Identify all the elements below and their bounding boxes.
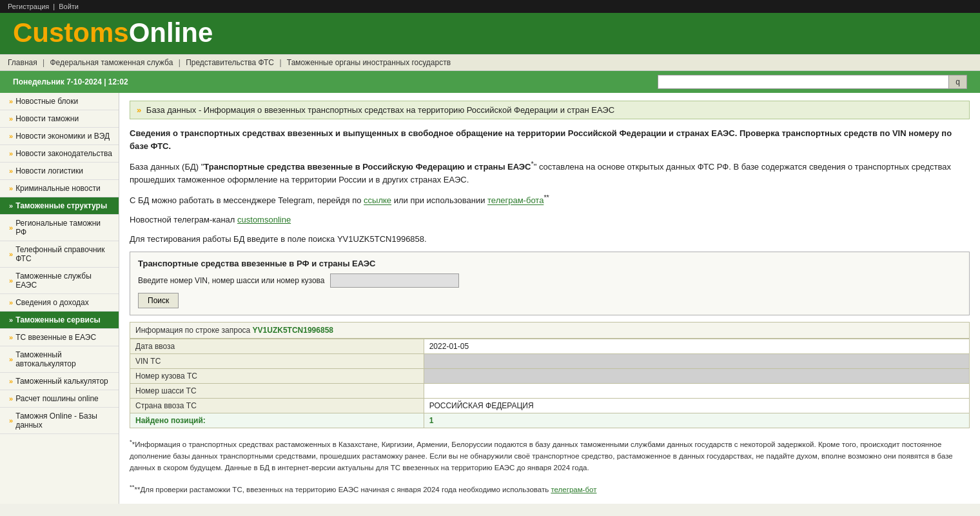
- arrow-icon: »: [9, 395, 13, 402]
- sidebar-item-ekonomika[interactable]: » Новости экономики и ВЭД: [0, 128, 119, 145]
- sidebar-item-avtokalc[interactable]: » Таможенный автокалькулятор: [0, 346, 119, 373]
- col-label: Дата ввоза: [130, 339, 424, 354]
- sidebar-item-servisy[interactable]: » Таможенные сервисы: [0, 312, 119, 329]
- main-layout: » Новостные блоки » Новости таможни » Но…: [0, 93, 980, 504]
- sidebar-label: Новостные блоки: [15, 97, 78, 106]
- arrow-icon: »: [9, 355, 13, 363]
- col-value: РОССИЙСКАЯ ФЕДЕРАЦИЯ: [424, 399, 969, 413]
- search-section: Транспортные средства ввезенные в РФ и с…: [130, 252, 970, 315]
- link-bot[interactable]: телеграм-бота: [487, 196, 544, 206]
- sidebar-label: ТС ввезенные в ЕАЭС: [15, 333, 96, 342]
- sidebar-label: Сведения о доходах: [15, 298, 89, 307]
- sidebar-item-kalc[interactable]: » Таможенный калькулятор: [0, 373, 119, 390]
- arrow-icon: »: [9, 316, 13, 324]
- top-sep: |: [53, 3, 55, 10]
- sidebar-item-regionalnye[interactable]: » Региональные таможни РФ: [0, 215, 119, 241]
- col-label: Номер кузова ТС: [130, 369, 424, 384]
- found-label: Найдено позиций:: [130, 413, 424, 428]
- arrow-icon: »: [9, 167, 13, 175]
- sidebar-label: Таможенные службы ЕАЭС: [15, 272, 112, 290]
- found-value: 1: [424, 413, 969, 428]
- table-row: Дата ввоза 2022-01-05: [130, 339, 970, 354]
- sidebar-label: Новости таможни: [15, 114, 79, 123]
- footnote1: **Информация о транспортных средствах ра…: [130, 437, 970, 473]
- col-label: VIN ТС: [130, 354, 424, 369]
- arrow-icon: »: [9, 299, 13, 306]
- vin-input[interactable]: [330, 273, 459, 288]
- sidebar-item-rashcet[interactable]: » Расчет пошлины online: [0, 390, 119, 408]
- nav-fts[interactable]: Федеральная таможенная служба: [50, 58, 173, 67]
- search-bar-inner: q: [658, 75, 967, 89]
- result-header: Информация по строке запроса YV1UZK5TCN1…: [130, 322, 970, 339]
- date-time: Понедельник 7-10-2024 | 12:02: [13, 77, 128, 86]
- intro-para2: С БД можно работать в мессенджере Telegr…: [130, 192, 970, 207]
- table-row: Номер шасси ТС: [130, 384, 970, 399]
- sidebar-label: Криминальные новости: [15, 184, 101, 193]
- nav-home[interactable]: Главная: [8, 58, 37, 67]
- intro-para3: Новостной телеграм-канал customsonline: [130, 213, 970, 226]
- search-section-title: Транспортные средства ввезенные в РФ и с…: [138, 259, 961, 268]
- sidebar-item-logistika[interactable]: » Новости логистики: [0, 163, 119, 180]
- nav-bar: Главная | Федеральная таможенная служба …: [0, 54, 980, 71]
- search-submit-button[interactable]: Поиск: [138, 293, 179, 308]
- login-link[interactable]: Войти: [59, 3, 79, 10]
- col-label: Номер шасси ТС: [130, 384, 424, 399]
- logo-customs: Customs: [13, 17, 129, 48]
- search-bar: Понедельник 7-10-2024 | 12:02 q: [0, 71, 980, 93]
- sidebar-label: Новости логистики: [15, 166, 83, 175]
- col-label: Страна ввоза ТС: [130, 399, 424, 413]
- sidebar-label: Таможенный автокалькулятор: [15, 350, 112, 368]
- sidebar-item-kriminal[interactable]: » Криминальные новости: [0, 180, 119, 197]
- arrow-icon: »: [9, 115, 13, 123]
- arrow-icon: »: [9, 224, 13, 232]
- sidebar-label: Таможенные структуры: [15, 201, 107, 210]
- sidebar-label: Телефонный справочник ФТС: [15, 245, 112, 263]
- header: CustomsOnline: [0, 13, 980, 54]
- content: » База данных - Информация о ввезенных т…: [119, 93, 980, 504]
- arrow-icon: »: [9, 377, 13, 385]
- sidebar-item-struktury[interactable]: » Таможенные структуры: [0, 197, 119, 215]
- intro-bold-text: Сведения о транспортных средствах ввезен…: [130, 127, 970, 152]
- col-value-blurred: [424, 354, 969, 369]
- sidebar-item-novostnie[interactable]: » Новостные блоки: [0, 93, 119, 110]
- footnote2: ****Для проверки растаможки ТС, ввезенны…: [130, 482, 970, 496]
- table-row: Страна ввоза ТС РОССИЙСКАЯ ФЕДЕРАЦИЯ: [130, 399, 970, 413]
- link-customsonline[interactable]: customsonline: [237, 215, 291, 224]
- arrow-icon: »: [9, 277, 13, 284]
- table-row: Номер кузова ТС: [130, 369, 970, 384]
- sidebar-item-novosti-tamojni[interactable]: » Новости таможни: [0, 110, 119, 128]
- logo: CustomsOnline: [13, 19, 213, 46]
- logo-online: Online: [129, 17, 213, 48]
- sidebar-label: Новости законодательства: [15, 149, 112, 158]
- sidebar: » Новостные блоки » Новости таможни » Но…: [0, 93, 119, 504]
- sidebar-item-zakonodatelstvo[interactable]: » Новости законодательства: [0, 145, 119, 163]
- arrow-icon: »: [9, 250, 13, 258]
- arrow-icon: »: [9, 150, 13, 157]
- nav-predstavitelstva[interactable]: Представительства ФТС: [186, 58, 274, 67]
- arrow-icon: »: [9, 132, 13, 140]
- sidebar-label: Новости экономики и ВЭД: [15, 132, 110, 141]
- page-title: База данных - Информация о ввезенных тра…: [146, 105, 614, 115]
- sidebar-label: Таможенный калькулятор: [15, 377, 108, 386]
- col-value-blurred: [424, 369, 969, 384]
- sidebar-label: Таможня Online - Базы данных: [15, 412, 112, 430]
- sidebar-label: Региональные таможни РФ: [15, 219, 112, 237]
- sidebar-item-ts-eaes[interactable]: » ТС ввезенные в ЕАЭС: [0, 329, 119, 346]
- nav-foreign[interactable]: Таможенные органы иностранных государств: [287, 58, 451, 67]
- link-ssylke[interactable]: ссылке: [364, 196, 391, 206]
- col-value: 2022-01-05: [424, 339, 969, 354]
- register-link[interactable]: Регистрация: [8, 3, 49, 10]
- arrow-icon: »: [9, 202, 13, 210]
- footnote-bot-link[interactable]: телеграм-бот: [551, 486, 596, 493]
- sidebar-item-eaes[interactable]: » Таможенные службы ЕАЭС: [0, 268, 119, 294]
- sidebar-label: Таможенные сервисы: [15, 315, 101, 324]
- sidebar-item-spravochnik[interactable]: » Телефонный справочник ФТС: [0, 241, 119, 268]
- sidebar-item-bazy[interactable]: » Таможня Online - Базы данных: [0, 408, 119, 434]
- top-bar: Регистрация | Войти: [0, 0, 980, 13]
- table-row: VIN ТС: [130, 354, 970, 369]
- search-button[interactable]: q: [949, 75, 967, 89]
- arrow-icon: »: [9, 184, 13, 192]
- result-vin-link[interactable]: YV1UZK5TCN1996858: [253, 326, 333, 335]
- sidebar-item-dohody[interactable]: » Сведения о доходах: [0, 294, 119, 312]
- search-input[interactable]: [658, 75, 949, 89]
